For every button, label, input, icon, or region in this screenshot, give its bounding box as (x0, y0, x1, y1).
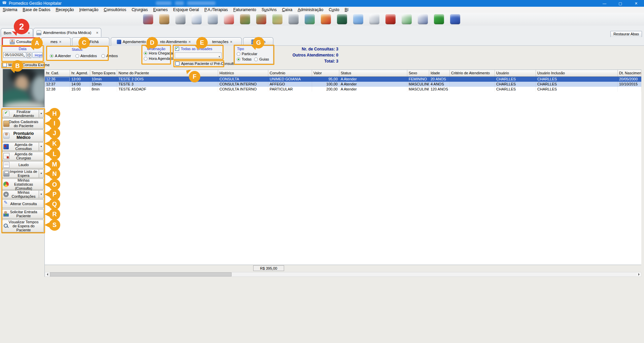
column-header-hr-agend[interactable]: hr. Agend. (70, 70, 90, 76)
restore-tabs-button[interactable]: Restaurar Abas (610, 31, 642, 37)
column-header-status[interactable]: Status (339, 70, 407, 76)
pre-consulta-checkbox[interactable]: Apenas Paciente c/ Pré-Consulta (175, 62, 236, 66)
ambulance-icon[interactable] (224, 14, 234, 24)
menu-item-sus-ans[interactable]: Sus/Ans (259, 7, 279, 12)
column-header-sexo[interactable]: Sexo (407, 70, 429, 76)
sidebar-button-imprimir-lista-de-espera[interactable]: Imprimir Lista de Espera▼ (2, 169, 44, 178)
column-header-tempo-espera[interactable]: Tempo Espera (90, 70, 117, 76)
menu-item-recepcao[interactable]: Recepção (53, 7, 76, 12)
menu-item-consultorios[interactable]: Consultórios (101, 7, 129, 12)
scrollbar-thumb[interactable] (50, 272, 232, 276)
menu-item-exames[interactable]: Exames (150, 7, 170, 12)
today-button[interactable]: Hoje (32, 52, 42, 58)
column-header-criterio-de-atendimento[interactable]: Critério de Atendimento (450, 70, 495, 76)
column-header-historico[interactable]: Histórico (218, 70, 268, 76)
horizontal-scrollbar[interactable] (45, 272, 641, 277)
doctor-icon[interactable] (175, 14, 185, 24)
menu-item-faturamento[interactable]: Faturamento (231, 7, 259, 12)
date-spinner-up[interactable]: ▲ (27, 52, 31, 55)
tab-close-icon[interactable]: × (59, 40, 61, 44)
patient-admission-icon[interactable] (143, 14, 153, 24)
menu-item-bi[interactable]: BI (342, 7, 351, 12)
column-header-convenio[interactable]: Convênio (268, 70, 312, 76)
document-sign-icon[interactable] (418, 14, 428, 24)
order-option-hora-agendada[interactable]: Hora Agendada (144, 56, 174, 61)
report-list-icon[interactable] (369, 14, 379, 24)
health-stats-book-icon[interactable] (434, 14, 444, 24)
sidebar-button-prontuario-medico[interactable]: Prontuário Médico (2, 129, 44, 142)
combo-dropdown-arrow[interactable]: ▼ (218, 54, 221, 59)
scroll-right-button[interactable] (637, 272, 641, 276)
tab-close-icon[interactable]: × (28, 31, 30, 35)
chat-bubble-icon[interactable] (353, 14, 363, 24)
menu-item-internacao[interactable]: Internação (76, 7, 101, 12)
status-option-atendidos[interactable]: Atendidos (75, 54, 97, 58)
sidebar-button-finalizar-atendimento[interactable]: Finalizar Atendimento▼ (2, 110, 44, 118)
sub-tab-ternacoes[interactable]: ternações× (203, 37, 242, 46)
scroll-left-button[interactable] (45, 272, 49, 276)
tab-close-icon[interactable]: × (189, 40, 191, 44)
safe-icon[interactable] (289, 14, 299, 24)
menu-item-base-de-dados[interactable]: Base de Dados (20, 7, 53, 12)
column-header-usuario[interactable]: Usuário (495, 70, 536, 76)
patients-folder-icon[interactable] (159, 14, 169, 24)
finance-stacks-icon[interactable] (272, 14, 282, 24)
order-option-hora-chegada[interactable]: Hora Chegada (144, 51, 174, 55)
dropdown-arrow-icon[interactable]: ▼ (39, 191, 43, 198)
column-header-nome-do-paciente[interactable]: Nome do Paciente (117, 70, 218, 76)
dropdown-arrow-icon[interactable]: ▼ (39, 143, 43, 151)
units-combo[interactable]: ▼ (175, 52, 222, 58)
sidebar-button-alterar-consulta[interactable]: Alterar Consulta (2, 199, 44, 208)
type-option-guias[interactable]: Guias (254, 57, 269, 61)
tab-close-icon[interactable]: × (96, 31, 98, 35)
sidebar-button-dados-cadastrais-do-paciente[interactable]: Dados Cadastrais do Paciente (2, 118, 44, 129)
patient-schedule-book-icon[interactable] (450, 14, 460, 24)
column-header-idade[interactable]: Idade (429, 70, 450, 76)
date-dropdown-arrow[interactable]: ▼ (23, 54, 25, 59)
table-row[interactable]: 12:3613:0010minTESTE 2 DOISCONSULTAUNIME… (45, 77, 641, 82)
table-row[interactable]: 12:3815:008minTESTE ASDADFCONSULTA INTER… (45, 87, 641, 92)
dropdown-arrow-icon[interactable]: ▼ (39, 169, 43, 178)
minimize-button[interactable]: — (597, 0, 612, 7)
sidebar-button-minhas-configuracoes[interactable]: Minhas Configurações▼ (2, 190, 44, 198)
sidebar-button-solicitar-entrada-paciente[interactable]: Solicitar Entrada Paciente (2, 209, 44, 219)
column-header-dt-nascimento[interactable]: Dt. Nascimento (618, 70, 641, 76)
menu-item-p-a-terapias[interactable]: P.A./Terapias (202, 7, 231, 12)
menu-item-sistema[interactable]: Sistema (0, 7, 20, 12)
electronic-invoice-icon[interactable] (402, 14, 412, 24)
status-option-a-atender[interactable]: A Atender (50, 54, 71, 58)
date-input[interactable]: 05/10/2020 ▼ (3, 52, 26, 58)
type-option-todas[interactable]: Todas (237, 57, 251, 61)
billing-chart-icon[interactable] (305, 14, 315, 24)
date-spinner-down[interactable]: ▼ (27, 55, 31, 58)
menu-item-custo[interactable]: Custo (326, 7, 342, 12)
column-header-hr-cad[interactable]: hr. Cad. (45, 70, 70, 76)
sidebar-button-visualizar-tempos-de-espera-do-paciente[interactable]: Visualizar Tempos de Espera do Paciente (2, 220, 44, 232)
tab-close-icon[interactable]: × (230, 40, 232, 44)
menu-item-estoque-geral[interactable]: Estoque Geral (170, 7, 202, 12)
type-option-particular[interactable]: Particular (237, 52, 257, 56)
merge-consulta-exame-checkbox[interactable]: Mesclar Consulta Exame (3, 63, 49, 67)
medical-guide-book-icon[interactable] (337, 14, 347, 24)
tab-atendimentos-ficha-medica[interactable]: Atendimentos (Ficha Médica)× (33, 28, 101, 37)
column-header-usuario-inclusao[interactable]: Usuário Inclusão (536, 70, 618, 76)
dropdown-arrow-icon[interactable]: ▼ (39, 110, 43, 117)
column-header-valor[interactable]: Valor (312, 70, 339, 76)
medical-record-icon[interactable] (192, 14, 202, 24)
phone-directory-icon[interactable] (321, 14, 331, 24)
menu-item-cirurgias[interactable]: Cirurgias (129, 7, 150, 12)
menu-item-caixa[interactable]: Caixa (279, 7, 295, 12)
sub-tab-ficha[interactable]: Fichá (72, 37, 109, 46)
close-button[interactable]: ✕ (628, 0, 644, 7)
table-row[interactable]: 12:3714:0010minTESTE 3CONSULTA INTERNOAF… (45, 82, 641, 87)
status-option-ambos[interactable]: Ambos (101, 54, 118, 58)
menu-item-administracao[interactable]: Administração (295, 7, 326, 12)
sidebar-button-agenda-de-consultas[interactable]: Agenda de Consultas▼ (2, 142, 44, 151)
cash-flow-icon[interactable] (256, 14, 266, 24)
sidebar-button-minhas-estatisticas-consulta[interactable]: Minhas Estatísticas (Consulta) (2, 179, 44, 190)
maximize-button[interactable]: ▢ (612, 0, 628, 7)
hospital-bed-icon[interactable] (208, 14, 218, 24)
sub-tab-mes[interactable]: mes× (41, 37, 71, 46)
power-off-icon[interactable] (385, 14, 396, 24)
supplies-bag-icon[interactable] (240, 14, 250, 24)
